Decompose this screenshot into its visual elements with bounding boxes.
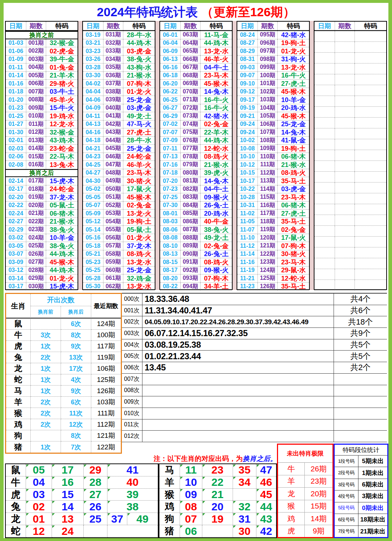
frequency-row: 009次 <box>122 396 387 408</box>
result-code: 13-龙-水 <box>200 47 232 56</box>
stats-count-before: 3次 <box>31 330 61 341</box>
result-code: 01-龙-火 <box>123 88 155 96</box>
missing-limit-zodiac: 龙 <box>278 488 305 500</box>
zodiac-label: 鼠 <box>6 464 26 476</box>
zodiac-number-cell: 32 <box>233 501 256 513</box>
result-row: 09-10101期27-虎-土 <box>237 80 309 88</box>
frequency-total: 共6个 <box>334 305 387 316</box>
result-row: 08-01085期20-鸡-水 <box>160 210 232 218</box>
result-period: 122期 <box>257 250 278 259</box>
stats-recent-period: 117期 <box>91 341 121 352</box>
result-row: 10-15112期08-鸡-火 <box>237 169 309 177</box>
result-code: 21-猴-水 <box>46 218 78 226</box>
empty-row <box>314 85 386 96</box>
stats-recent-period: 112期 <box>91 419 121 430</box>
result-code: 02-兔-金 <box>123 202 155 210</box>
section-header-row: 换肖之前 <box>6 31 78 39</box>
result-code: 44-鸡-木 <box>46 267 78 275</box>
result-period: 073期 <box>180 112 201 120</box>
result-period: 050期 <box>103 185 123 194</box>
result-period: 077期 <box>180 145 201 153</box>
empty-row <box>314 139 386 150</box>
result-code: 35-马-土 <box>277 177 309 185</box>
result-row: 06-27072期16-牛-火 <box>160 104 232 113</box>
result-code: 05-鼠-土 <box>46 202 78 210</box>
result-date: 03-26 <box>83 56 103 64</box>
result-date: 08-22 <box>160 283 180 291</box>
result-period: 038期 <box>103 88 123 96</box>
result-date: 04-04 <box>83 88 103 96</box>
result-date: 05-21 <box>83 250 103 259</box>
frequency-numbers <box>142 419 334 431</box>
zodiac-label: 兔 <box>6 501 26 513</box>
frequency-numbers <box>142 431 334 442</box>
empty-row <box>314 150 386 161</box>
zodiac-label: 狗 <box>159 513 180 525</box>
zodiac-number-cell <box>233 489 256 501</box>
group-separator <box>155 21 159 290</box>
result-row: 10-22114期03-虎-金 <box>237 185 309 194</box>
empty-row <box>314 42 386 53</box>
result-row: 07-09076期44-鸡-木 <box>160 137 232 145</box>
result-date: 08-10 <box>160 242 180 250</box>
result-row: 02-24021期06-猪-木 <box>6 210 78 218</box>
result-code: 39-牛-金 <box>46 56 78 64</box>
zodiac-number-cell: 19 <box>202 513 233 525</box>
result-code: 17-鼠-火 <box>277 234 309 242</box>
result-period: 124期 <box>257 267 278 275</box>
empty-row <box>314 280 386 291</box>
result-period: 104期 <box>257 104 278 113</box>
result-code: 38-兔-火 <box>46 242 78 250</box>
result-row: 10-02108期41-鼠-金 <box>237 137 309 145</box>
result-period: 083期 <box>180 193 201 202</box>
result-date: 02-24 <box>6 210 26 218</box>
zodiac-number-cell: 44 <box>256 501 276 513</box>
zodiac-number-cell: 10 <box>180 476 202 489</box>
zodiac-number-cell: 38 <box>107 501 158 513</box>
result-period: 114期 <box>257 185 278 194</box>
result-row: 05-23059期13-龙-水 <box>83 258 155 267</box>
frequency-label: 004次 <box>122 339 142 351</box>
result-date: 06-20 <box>160 80 180 88</box>
missing-limit-title: 未出特肖极限 <box>278 445 332 463</box>
stats-count-after: 12次 <box>61 419 91 430</box>
result-date: 04-21 <box>83 145 103 153</box>
result-code: 25-龙-金 <box>123 96 155 104</box>
result-date: 07-25 <box>160 193 180 202</box>
result-row: 02-01013期43-鸡-木 <box>6 137 78 145</box>
zodiac-number-cell: 27 <box>84 489 107 501</box>
result-row: 01-09003期39-牛-金 <box>6 56 78 64</box>
result-date: 05-25 <box>83 267 103 275</box>
result-date: 01-25 <box>6 112 26 120</box>
stats-zodiac: 马 <box>6 386 31 397</box>
result-code: 16-牛-火 <box>200 104 232 113</box>
result-code: 02-兔-金 <box>200 120 232 129</box>
result-row: 07-02074期02-兔-金 <box>160 120 232 129</box>
result-code: 45-猴-木 <box>200 80 232 88</box>
frequency-total <box>334 408 387 419</box>
result-code: 28-牛-水 <box>123 137 155 145</box>
stats-count-before: 1次 <box>31 363 61 374</box>
result-date: 03-19 <box>83 31 103 39</box>
result-row: 08-13090期26-兔-土 <box>160 250 232 259</box>
result-period: 034期 <box>103 56 123 64</box>
segment-label: 4段号码 <box>335 491 358 502</box>
empty-row <box>314 128 386 139</box>
result-row: 11-21125期12-蛇-水 <box>237 274 309 283</box>
results-header-row: 日期期数特码 <box>83 22 155 31</box>
result-code: 16-牛-火 <box>200 96 232 104</box>
frequency-total <box>334 385 387 396</box>
result-row: 10-31116期06-猪-木 <box>237 202 309 210</box>
result-date: 11-16 <box>237 258 257 267</box>
result-row: 04-21045期25-龙-金 <box>83 145 155 153</box>
result-code: 45-猴-木 <box>277 88 309 96</box>
stats-recent-period: 100期 <box>91 330 121 341</box>
results-group-2: 日期期数特码03-19031期28-牛-水03-21032期44-鸡-木03-2… <box>82 21 155 290</box>
result-period: 026期 <box>26 250 46 259</box>
stats-zodiac: 牛 <box>6 330 31 341</box>
result-code: 08-鸡-火 <box>200 258 232 267</box>
result-period: 064期 <box>180 39 201 48</box>
result-period: 022期 <box>26 218 46 226</box>
empty-row <box>314 269 386 280</box>
frequency-total <box>334 431 387 442</box>
